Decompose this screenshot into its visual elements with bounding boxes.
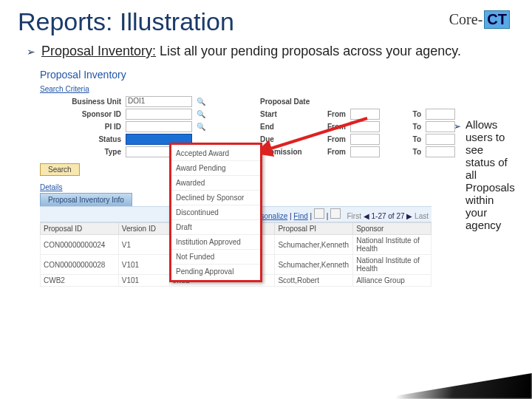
label-business-unit: Business Unit bbox=[40, 98, 121, 106]
submission-from-input[interactable] bbox=[350, 146, 380, 157]
search-icon[interactable]: 🔍 bbox=[197, 98, 205, 106]
label-to: To bbox=[384, 123, 421, 131]
logo-badge: CT bbox=[484, 10, 510, 29]
dropdown-option[interactable]: Award Pending bbox=[171, 161, 260, 176]
label-from: From bbox=[309, 148, 346, 156]
due-to-input[interactable] bbox=[426, 134, 455, 145]
end-to-input[interactable] bbox=[426, 121, 455, 132]
screenshot: Proposal Inventory Search Criteria Busin… bbox=[40, 69, 432, 335]
search-button[interactable]: Search bbox=[40, 163, 80, 176]
range-text: 1-27 of 27 bbox=[371, 212, 404, 220]
cell-pi: Schumacher,Kenneth bbox=[275, 235, 353, 255]
decorative-swoosh bbox=[310, 362, 532, 399]
label-from: From bbox=[309, 135, 346, 143]
cell-ver: V101 bbox=[118, 275, 169, 287]
cell-sponsor: Alliance Group bbox=[353, 275, 432, 287]
business-unit-input[interactable]: DOI1 bbox=[126, 96, 192, 107]
label-submission: Submission bbox=[260, 148, 304, 156]
pi-id-input[interactable] bbox=[126, 121, 192, 132]
start-to-input[interactable] bbox=[426, 109, 455, 120]
first-link[interactable]: First bbox=[347, 212, 361, 220]
side-note: ➢ Allows users to see status of all Prop… bbox=[454, 118, 513, 231]
status-dropdown[interactable]: Accepted Award Award Pending Awarded Dec… bbox=[169, 143, 262, 282]
page-title: Reports: Illustration bbox=[18, 7, 514, 36]
col-version-id[interactable]: Version ID bbox=[118, 223, 169, 235]
label-type: Type bbox=[40, 148, 121, 156]
cell-id: CON00000000028 bbox=[41, 255, 119, 275]
label-end: End bbox=[260, 123, 304, 131]
cell-id: CWB2 bbox=[41, 275, 119, 287]
label-to: To bbox=[384, 148, 421, 156]
cell-sponsor: National Institute of Health bbox=[353, 255, 432, 275]
logo-text: Core- bbox=[449, 11, 483, 27]
dropdown-option[interactable]: Declined by Sponsor bbox=[171, 191, 260, 205]
side-note-text: Allows users to see status of all Propos… bbox=[466, 118, 515, 231]
cell-pi: Scott,Robert bbox=[275, 275, 353, 287]
submission-to-input[interactable] bbox=[426, 146, 455, 157]
dropdown-option[interactable]: Draft bbox=[171, 220, 260, 235]
col-proposal-pi[interactable]: Proposal PI bbox=[275, 223, 353, 235]
screenshot-heading: Proposal Inventory bbox=[40, 69, 432, 81]
label-from: From bbox=[309, 123, 346, 131]
dropdown-option[interactable]: Not Funded bbox=[171, 250, 260, 265]
find-link[interactable]: Find bbox=[293, 212, 307, 220]
label-to: To bbox=[384, 110, 421, 118]
label-due: Due bbox=[260, 135, 304, 143]
cell-sponsor: National Institute of Health bbox=[353, 235, 432, 255]
label-sponsor-id: Sponsor ID bbox=[40, 110, 121, 118]
label-to: To bbox=[384, 135, 421, 143]
bullet-arrow-icon: ➢ bbox=[454, 118, 461, 231]
label-from: From bbox=[309, 110, 346, 118]
bullet-proposal-inventory: ➢ Proposal Inventory: List all your pend… bbox=[27, 44, 514, 60]
cell-pi: Schumacher,Kenneth bbox=[275, 255, 353, 275]
bullet-label: Proposal Inventory: bbox=[41, 44, 156, 58]
label-pi-id: PI ID bbox=[40, 123, 121, 131]
due-from-input[interactable] bbox=[350, 134, 380, 145]
download-icon[interactable] bbox=[330, 208, 341, 219]
dropdown-option[interactable]: Pending Approval bbox=[171, 265, 260, 279]
dropdown-option[interactable]: Institution Approved bbox=[171, 235, 260, 250]
last-link[interactable]: Last bbox=[415, 212, 429, 220]
label-status: Status bbox=[40, 135, 121, 143]
col-proposal-id[interactable]: Proposal ID bbox=[41, 223, 119, 235]
cell-ver: V101 bbox=[118, 255, 169, 275]
search-icon[interactable]: 🔍 bbox=[197, 110, 205, 118]
tab-proposal-inventory-info[interactable]: Proposal Inventory Info bbox=[40, 193, 132, 206]
dropdown-option[interactable]: Awarded bbox=[171, 176, 260, 191]
cell-id: CON00000000024 bbox=[41, 235, 119, 255]
logo: Core-CT bbox=[449, 10, 510, 29]
grid-icon[interactable] bbox=[314, 208, 324, 219]
dropdown-option[interactable]: Accepted Award bbox=[171, 146, 260, 161]
end-from-input[interactable] bbox=[350, 121, 380, 132]
search-criteria-header: Search Criteria bbox=[40, 85, 432, 93]
search-icon[interactable]: 🔍 bbox=[197, 123, 205, 131]
bullet-arrow-icon: ➢ bbox=[27, 44, 35, 60]
label-start: Start bbox=[260, 110, 304, 118]
col-sponsor[interactable]: Sponsor bbox=[353, 223, 432, 235]
label-proposal-date: Proposal Date bbox=[260, 98, 455, 106]
start-from-input[interactable] bbox=[350, 109, 380, 120]
dropdown-option[interactable]: Discontinued bbox=[171, 205, 260, 220]
cell-ver: V1 bbox=[118, 235, 169, 255]
bullet-text: List all your pending proposals across y… bbox=[156, 44, 461, 58]
sponsor-id-input[interactable] bbox=[126, 109, 192, 120]
